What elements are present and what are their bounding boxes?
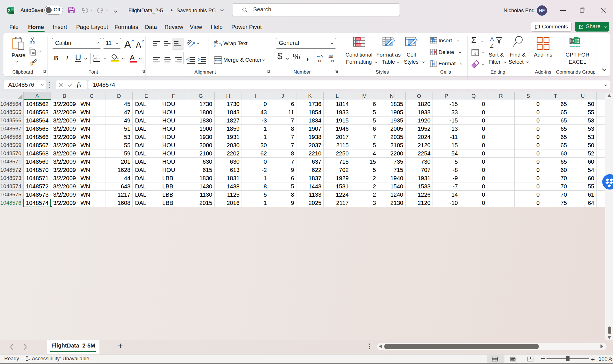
svg-text:GPT For Excel: GPT For Excel [570,45,580,47]
svg-text:.00: .00 [328,55,333,59]
svg-text:ab: ab [214,40,219,44]
svg-text:Z: Z [490,42,494,48]
svg-text:?: ? [28,359,30,362]
svg-text:A: A [490,36,494,42]
svg-text:X: X [8,8,11,13]
svg-text:.00: .00 [317,59,322,63]
svg-text:0: 0 [321,55,323,59]
